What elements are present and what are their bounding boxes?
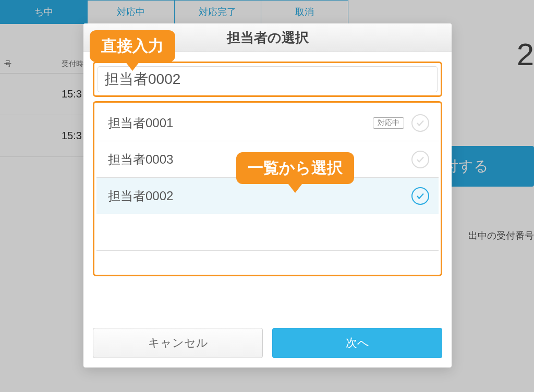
assignee-list-highlight: 担当者0001 対応中 担当者0003 担当者0002 bbox=[93, 101, 442, 276]
cancel-button[interactable]: キャンセル bbox=[93, 328, 263, 358]
callout-label: 一覧から選択 bbox=[248, 159, 343, 176]
list-item[interactable]: 担当者0001 対応中 bbox=[96, 105, 439, 141]
callout-tail-icon bbox=[125, 62, 140, 71]
callout-label: 直接入力 bbox=[101, 37, 164, 54]
callout-direct-input: 直接入力 bbox=[90, 30, 175, 62]
callout-tail-icon bbox=[288, 183, 302, 193]
list-item-empty bbox=[96, 214, 439, 251]
check-icon bbox=[411, 114, 429, 132]
callout-list-select: 一覧から選択 bbox=[236, 152, 354, 184]
status-badge: 対応中 bbox=[373, 117, 404, 129]
assignee-name: 担当者0001 bbox=[108, 115, 373, 131]
check-icon bbox=[411, 187, 429, 205]
assignee-name: 担当者0002 bbox=[108, 188, 411, 204]
direct-input-highlight bbox=[93, 62, 442, 97]
assignee-select-dialog: 担当者の選択 担当者0001 対応中 担当者0003 担当者0002 bbox=[83, 23, 452, 368]
assignee-name-input[interactable] bbox=[98, 66, 438, 92]
next-button[interactable]: 次へ bbox=[272, 328, 442, 358]
check-icon bbox=[411, 151, 429, 168]
assignee-list: 担当者0001 対応中 担当者0003 担当者0002 bbox=[96, 105, 439, 273]
dialog-actions: キャンセル 次へ bbox=[93, 328, 442, 358]
